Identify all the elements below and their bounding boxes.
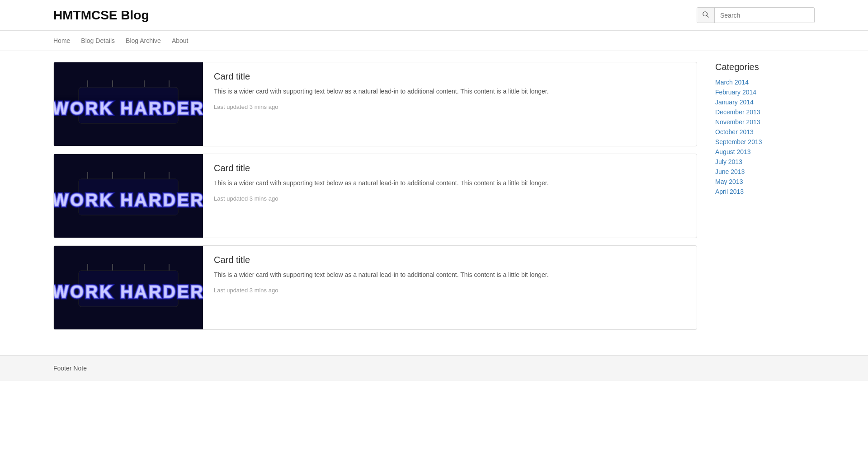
sidebar-link[interactable]: February 2014	[715, 89, 815, 96]
sidebar: Categories March 2014February 2014Januar…	[715, 62, 815, 337]
search-input[interactable]	[715, 8, 814, 23]
sidebar-link[interactable]: November 2013	[715, 118, 815, 126]
card-image: WORK HARDER WORK HARDER WORK HARDER WORK…	[54, 154, 203, 238]
svg-text:WORK HARDER: WORK HARDER	[54, 282, 203, 301]
svg-line-1	[707, 15, 708, 17]
blog-card: WORK HARDER WORK HARDER WORK HARDER WORK…	[53, 245, 697, 330]
card-title: Card title	[214, 163, 549, 173]
svg-text:WORK HARDER: WORK HARDER	[54, 191, 203, 210]
card-updated: Last updated 3 mins ago	[214, 195, 549, 202]
search-button[interactable]	[697, 8, 715, 23]
sidebar-link[interactable]: August 2013	[715, 148, 815, 155]
main-nav: Home Blog Details Blog Archive About	[0, 31, 868, 51]
search-icon	[703, 11, 709, 18]
card-text: This is a wider card with supporting tex…	[214, 86, 549, 96]
card-text: This is a wider card with supporting tex…	[214, 270, 549, 280]
sidebar-link[interactable]: March 2014	[715, 79, 815, 86]
sidebar-link[interactable]: July 2013	[715, 158, 815, 165]
card-image: WORK HARDER WORK HARDER WORK HARDER WORK…	[54, 246, 203, 329]
blog-card: WORK HARDER WORK HARDER WORK HARDER WORK…	[53, 62, 697, 146]
footer-text: Footer Note	[53, 365, 87, 372]
card-image: WORK HARDER WORK HARDER WORK HARDER WORK…	[54, 62, 203, 146]
card-body: Card title This is a wider card with sup…	[203, 154, 560, 238]
sidebar-link[interactable]: December 2013	[715, 108, 815, 116]
card-title: Card title	[214, 71, 549, 82]
card-body: Card title This is a wider card with sup…	[203, 246, 560, 329]
blog-card: WORK HARDER WORK HARDER WORK HARDER WORK…	[53, 154, 697, 238]
footer: Footer Note	[0, 355, 868, 381]
card-updated: Last updated 3 mins ago	[214, 103, 549, 110]
sidebar-link[interactable]: October 2013	[715, 128, 815, 136]
sidebar-link[interactable]: April 2013	[715, 188, 815, 195]
header: HMTMCSE Blog	[0, 0, 868, 31]
site-title: HMTMCSE Blog	[53, 8, 149, 23]
nav-about[interactable]: About	[172, 37, 189, 44]
sidebar-link[interactable]: May 2013	[715, 178, 815, 185]
search-box	[697, 7, 815, 23]
nav-blog-archive[interactable]: Blog Archive	[126, 37, 161, 44]
nav-blog-details[interactable]: Blog Details	[81, 37, 115, 44]
card-title: Card title	[214, 255, 549, 265]
sidebar-link[interactable]: January 2014	[715, 98, 815, 106]
neon-work-harder-image: WORK HARDER WORK HARDER WORK HARDER WORK…	[54, 62, 203, 146]
nav-home[interactable]: Home	[53, 37, 70, 44]
sidebar-link[interactable]: September 2013	[715, 138, 815, 145]
card-text: This is a wider card with supporting tex…	[214, 178, 549, 188]
svg-text:WORK HARDER: WORK HARDER	[54, 99, 203, 118]
main-container: WORK HARDER WORK HARDER WORK HARDER WORK…	[0, 51, 868, 348]
sidebar-title: Categories	[715, 62, 815, 72]
card-body: Card title This is a wider card with sup…	[203, 62, 560, 146]
sidebar-link[interactable]: June 2013	[715, 168, 815, 175]
card-updated: Last updated 3 mins ago	[214, 287, 549, 294]
blog-list: WORK HARDER WORK HARDER WORK HARDER WORK…	[53, 62, 697, 337]
neon-work-harder-image: WORK HARDER WORK HARDER WORK HARDER WORK…	[54, 246, 203, 329]
neon-work-harder-image: WORK HARDER WORK HARDER WORK HARDER WORK…	[54, 154, 203, 238]
sidebar-links: March 2014February 2014January 2014Decem…	[715, 79, 815, 195]
